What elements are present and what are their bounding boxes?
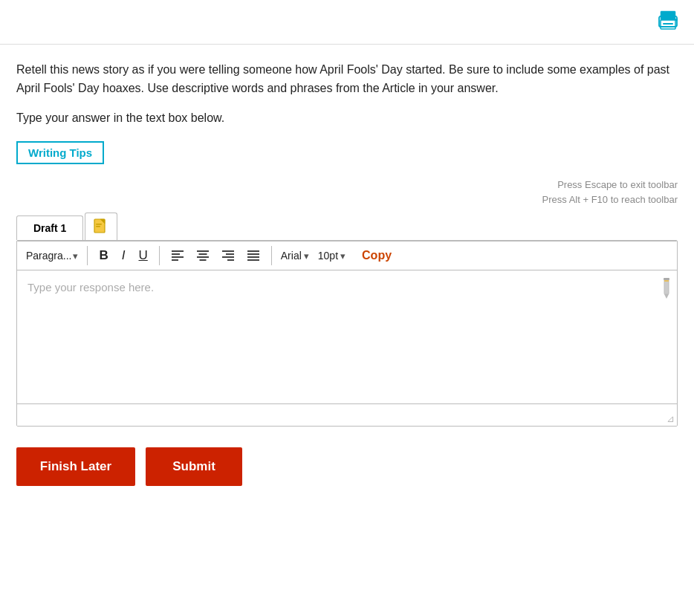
- svg-rect-21: [247, 250, 259, 252]
- align-center-icon: [196, 249, 210, 261]
- finish-later-button[interactable]: Finish Later: [16, 447, 135, 486]
- align-left-button[interactable]: [166, 247, 189, 265]
- align-right-icon: [221, 249, 235, 261]
- bold-button[interactable]: B: [94, 246, 113, 265]
- svg-rect-22: [247, 253, 259, 255]
- editor-footer: ⊿: [17, 403, 677, 426]
- printer-icon: [655, 8, 681, 33]
- toolbar-hint-alt: Press Alt + F10 to reach toolbar: [16, 192, 678, 208]
- svg-rect-3: [663, 23, 673, 25]
- editor-body: [17, 270, 677, 403]
- svg-rect-12: [172, 259, 178, 261]
- font-chevron-icon: [304, 250, 309, 262]
- copy-button[interactable]: Copy: [354, 247, 399, 265]
- align-center-button[interactable]: [191, 247, 215, 265]
- svg-rect-7: [96, 224, 102, 225]
- svg-rect-15: [197, 256, 209, 258]
- submit-button[interactable]: Submit: [146, 447, 242, 486]
- instruction-text: Type your answer in the text box below.: [16, 111, 678, 125]
- editor-wrapper: Paragra... B I U: [16, 240, 678, 427]
- top-bar: [0, 0, 694, 45]
- bottom-actions: Finish Later Submit: [16, 427, 678, 486]
- prompt-text: Retell this news story as if you were te…: [16, 61, 678, 98]
- draft-tabs: Draft 1: [16, 213, 678, 240]
- font-size-label: 10pt: [318, 250, 338, 262]
- writing-tips-button[interactable]: Writing Tips: [16, 141, 104, 164]
- toolbar-separator-3: [271, 246, 272, 265]
- align-justify-button[interactable]: [241, 247, 265, 265]
- resize-handle-icon: ⊿: [667, 413, 675, 424]
- editor-toolbar: Paragra... B I U: [17, 241, 677, 270]
- font-family-label: Arial: [281, 250, 302, 262]
- svg-rect-19: [222, 256, 234, 258]
- align-justify-icon: [247, 249, 260, 261]
- svg-rect-10: [172, 253, 180, 255]
- svg-rect-13: [197, 250, 209, 252]
- paragraph-format-label: Paragra...: [26, 250, 71, 262]
- svg-rect-11: [172, 256, 184, 258]
- toolbar-separator-2: [159, 246, 160, 265]
- bookmark-icon: [93, 218, 109, 236]
- underline-button[interactable]: U: [134, 246, 153, 265]
- font-size-select[interactable]: 10pt: [315, 248, 348, 263]
- toolbar-hints: Press Escape to exit toolbar Press Alt +…: [16, 178, 678, 209]
- response-textarea[interactable]: [17, 270, 677, 401]
- align-left-icon: [171, 249, 184, 261]
- svg-rect-16: [199, 259, 206, 261]
- svg-rect-9: [172, 250, 184, 252]
- svg-rect-24: [247, 259, 259, 261]
- svg-rect-23: [247, 256, 259, 258]
- bookmark-button[interactable]: [85, 213, 117, 240]
- svg-rect-14: [198, 253, 207, 255]
- svg-rect-5: [675, 19, 678, 21]
- svg-rect-4: [663, 26, 670, 27]
- italic-button[interactable]: I: [117, 246, 131, 265]
- size-chevron-icon: [340, 250, 346, 262]
- toolbar-hint-escape: Press Escape to exit toolbar: [16, 178, 678, 193]
- font-family-select[interactable]: Arial: [278, 248, 312, 263]
- draft-tab-1[interactable]: Draft 1: [16, 215, 83, 240]
- toolbar-separator-1: [87, 246, 88, 265]
- align-right-button[interactable]: [216, 247, 240, 265]
- print-button[interactable]: [652, 5, 684, 39]
- svg-rect-18: [226, 253, 234, 255]
- alignment-buttons: [166, 247, 265, 265]
- paragraph-format-select[interactable]: Paragra...: [23, 248, 81, 263]
- svg-rect-8: [96, 226, 100, 227]
- svg-rect-17: [222, 250, 234, 252]
- svg-rect-20: [227, 259, 234, 261]
- main-content: Retell this news story as if you were te…: [0, 45, 694, 486]
- paragraph-chevron-icon: [73, 250, 78, 262]
